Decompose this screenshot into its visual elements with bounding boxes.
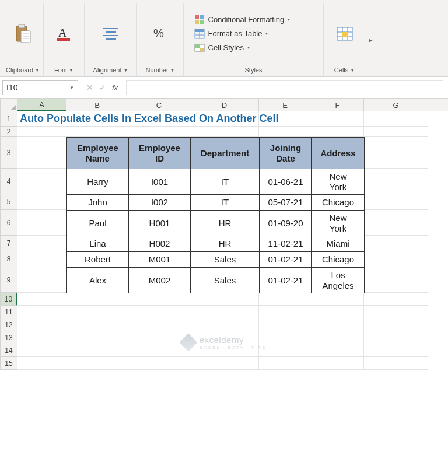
cell-E10[interactable] xyxy=(259,293,312,306)
cell-G5[interactable] xyxy=(364,194,428,210)
cell-C2[interactable] xyxy=(128,127,190,137)
table-cell[interactable]: Harry xyxy=(67,169,129,195)
table-cell[interactable]: H002 xyxy=(129,236,191,252)
formula-input[interactable] xyxy=(126,80,443,95)
cell-F12[interactable] xyxy=(312,318,364,331)
cell-F13[interactable] xyxy=(312,331,364,344)
cell-F11[interactable] xyxy=(312,306,364,318)
cell-G9[interactable] xyxy=(364,267,428,293)
table-cell[interactable]: IT xyxy=(191,195,260,211)
chevron-down-icon[interactable]: ▼ xyxy=(350,68,355,73)
cell-A8[interactable] xyxy=(18,251,66,267)
table-cell[interactable]: 11-02-21 xyxy=(260,236,312,252)
table-cell[interactable]: Robert xyxy=(67,252,129,268)
cell-G14[interactable] xyxy=(364,344,428,357)
table-cell[interactable]: Paul xyxy=(67,211,129,236)
cell-D12[interactable] xyxy=(190,318,259,331)
row-header-8[interactable]: 8 xyxy=(0,251,18,267)
row-header-1[interactable]: 1 xyxy=(0,111,18,127)
cell-B13[interactable] xyxy=(66,331,128,344)
row-header-14[interactable]: 14 xyxy=(0,344,18,357)
column-header-G[interactable]: G xyxy=(364,99,428,111)
column-header-E[interactable]: E xyxy=(259,99,312,111)
number-button[interactable]: % xyxy=(146,21,174,47)
cell-E12[interactable] xyxy=(259,318,312,331)
enter-icon[interactable]: ✓ xyxy=(99,83,106,92)
cell-A6[interactable] xyxy=(18,210,66,236)
name-box[interactable]: I10 ▼ xyxy=(2,80,78,95)
cell-B15[interactable] xyxy=(66,357,128,370)
format-as-table-button[interactable]: Format as Table ▾ xyxy=(192,27,316,40)
row-header-7[interactable]: 7 xyxy=(0,236,18,251)
cell-A5[interactable] xyxy=(18,194,66,210)
cell-A4[interactable] xyxy=(18,169,66,194)
cell-G6[interactable] xyxy=(364,210,428,236)
table-cell[interactable]: Lina xyxy=(67,236,129,252)
cell-F15[interactable] xyxy=(312,357,364,370)
cell-A10[interactable] xyxy=(18,293,66,306)
table-cell[interactable]: John xyxy=(67,195,129,211)
table-cell[interactable]: 01-02-21 xyxy=(260,268,312,293)
cell-E14[interactable] xyxy=(259,344,312,357)
table-cell[interactable]: 01-02-21 xyxy=(260,252,312,268)
cell-C15[interactable] xyxy=(128,357,190,370)
cell-G15[interactable] xyxy=(364,357,428,370)
table-header[interactable]: Department xyxy=(191,138,260,169)
row-header-15[interactable]: 15 xyxy=(0,357,18,370)
cell-G12[interactable] xyxy=(364,318,428,331)
cell-D10[interactable] xyxy=(190,293,259,306)
cell-E13[interactable] xyxy=(259,331,312,344)
table-cell[interactable]: 05-07-21 xyxy=(260,195,312,211)
table-cell[interactable]: NewYork xyxy=(312,169,365,195)
cell-B10[interactable] xyxy=(66,293,128,306)
cell-E2[interactable] xyxy=(259,127,312,137)
cell-G13[interactable] xyxy=(364,331,428,344)
row-header-13[interactable]: 13 xyxy=(0,331,18,344)
chevron-down-icon[interactable]: ▼ xyxy=(69,68,74,73)
row-header-12[interactable]: 12 xyxy=(0,318,18,331)
cell-G7[interactable] xyxy=(364,236,428,251)
cell-A14[interactable] xyxy=(18,344,66,357)
cell-A11[interactable] xyxy=(18,306,66,318)
cell-F14[interactable] xyxy=(312,344,364,357)
table-cell[interactable]: H001 xyxy=(129,211,191,236)
paste-button[interactable] xyxy=(9,21,37,47)
cell-C14[interactable] xyxy=(128,344,190,357)
chevron-down-icon[interactable]: ▼ xyxy=(170,68,175,73)
cell-G1[interactable] xyxy=(364,111,428,127)
cell-A3[interactable] xyxy=(18,137,66,169)
row-header-11[interactable]: 11 xyxy=(0,306,18,318)
chevron-down-icon[interactable]: ▾ xyxy=(288,17,290,22)
alignment-button[interactable] xyxy=(97,21,125,47)
table-cell[interactable]: IT xyxy=(191,169,260,195)
cell-A7[interactable] xyxy=(18,236,66,251)
table-header[interactable]: EmployeeName xyxy=(67,138,129,169)
cell-A13[interactable] xyxy=(18,331,66,344)
chevron-down-icon[interactable]: ▼ xyxy=(35,68,40,73)
cell-B14[interactable] xyxy=(66,344,128,357)
fx-icon[interactable]: fx xyxy=(112,83,118,92)
cell-G3[interactable] xyxy=(364,137,428,169)
table-cell[interactable]: Miami xyxy=(312,236,365,252)
cells-button[interactable] xyxy=(331,21,359,47)
cell-D15[interactable] xyxy=(190,357,259,370)
cell-A15[interactable] xyxy=(18,357,66,370)
table-header[interactable]: Address xyxy=(312,138,365,169)
cell-E15[interactable] xyxy=(259,357,312,370)
cell-B12[interactable] xyxy=(66,318,128,331)
cell-B11[interactable] xyxy=(66,306,128,318)
column-header-F[interactable]: F xyxy=(312,99,364,111)
table-header[interactable]: EmployeeID xyxy=(129,138,191,169)
cell-C10[interactable] xyxy=(128,293,190,306)
chevron-down-icon[interactable]: ▾ xyxy=(265,31,268,36)
cell-G10[interactable] xyxy=(364,293,428,306)
table-cell[interactable]: Chicago xyxy=(312,195,365,211)
table-cell[interactable]: HR xyxy=(191,236,260,252)
cell-F1[interactable] xyxy=(312,111,364,127)
table-cell[interactable]: LosAngeles xyxy=(312,268,365,293)
table-cell[interactable]: HR xyxy=(191,211,260,236)
table-cell[interactable]: Alex xyxy=(67,268,129,293)
table-cell[interactable]: Sales xyxy=(191,252,260,268)
cell-styles-button[interactable]: Cell Styles ▾ xyxy=(192,41,316,54)
row-header-4[interactable]: 4 xyxy=(0,169,18,194)
